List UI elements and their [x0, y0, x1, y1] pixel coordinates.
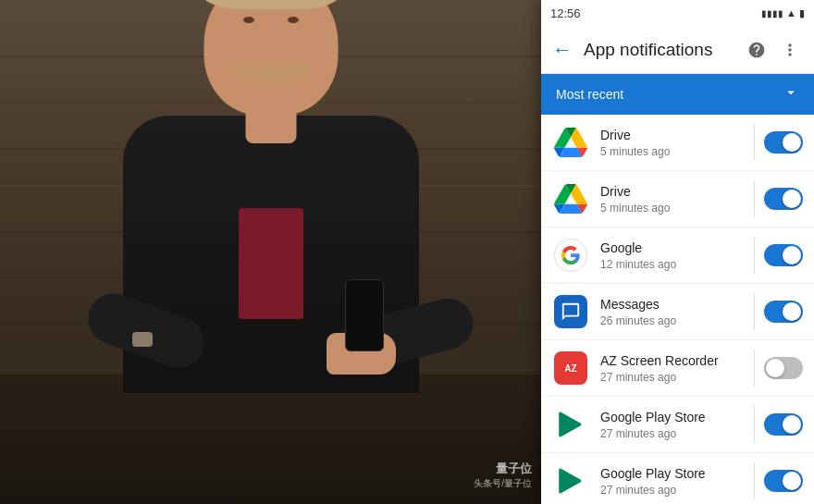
phone-panel: 12:56 ▮▮▮▮ ▲ ▮ ← App notifications Most …	[541, 0, 814, 504]
app-name: Google Play Store	[600, 465, 745, 482]
toggle-knob	[783, 246, 801, 264]
app-info: AZ Screen Recorder 27 minutes ago	[600, 352, 745, 384]
app-toggle[interactable]	[764, 244, 803, 266]
more-button[interactable]	[777, 37, 803, 63]
app-toggle[interactable]	[764, 301, 803, 323]
app-icon	[552, 124, 589, 161]
app-time: 5 minutes ago	[600, 145, 745, 158]
app-icon	[552, 406, 589, 443]
app-info: Google 12 minutes ago	[600, 240, 745, 271]
status-time: 12:56	[550, 6, 581, 20]
battery-icon: ▮	[799, 7, 805, 19]
app-item[interactable]: Messages 26 minutes ago	[541, 284, 814, 340]
toggle-knob	[783, 415, 801, 434]
app-time: 5 minutes ago	[600, 202, 745, 215]
app-time: 12 minutes ago	[600, 258, 745, 271]
app-time: 27 minutes ago	[600, 427, 745, 440]
help-button[interactable]	[744, 37, 770, 63]
app-time: 27 minutes ago	[600, 371, 745, 384]
app-icon	[552, 462, 589, 499]
toggle-knob	[783, 302, 801, 321]
app-icon: AZ	[552, 350, 589, 387]
item-divider	[754, 350, 755, 387]
app-item[interactable]: AZ AZ Screen Recorder 27 minutes ago	[541, 340, 814, 397]
signal-icon: ▮▮▮▮	[761, 8, 783, 18]
app-name: Google Play Store	[600, 409, 745, 425]
app-toggle[interactable]	[764, 470, 803, 492]
wifi-icon: ▲	[786, 7, 796, 18]
app-icon	[552, 237, 589, 274]
item-divider	[754, 293, 755, 330]
toggle-knob	[783, 472, 801, 490]
toggle-knob	[783, 133, 801, 152]
app-name: Google	[600, 240, 745, 256]
app-toggle[interactable]	[764, 188, 803, 210]
status-bar: 12:56 ▮▮▮▮ ▲ ▮	[541, 0, 814, 26]
app-item[interactable]: Google Play Store 27 minutes ago	[541, 453, 814, 504]
status-icons: ▮▮▮▮ ▲ ▮	[761, 7, 805, 19]
app-item[interactable]: Google 12 minutes ago	[541, 227, 814, 284]
item-divider	[754, 406, 755, 443]
filter-chevron-icon	[783, 84, 799, 105]
app-name: Drive	[600, 127, 745, 143]
top-bar: ← App notifications	[541, 26, 814, 74]
watermark: 量子位 头条号/量子位	[474, 461, 532, 490]
app-info: Google Play Store 27 minutes ago	[600, 409, 745, 440]
app-icon	[552, 180, 589, 217]
item-divider	[754, 237, 755, 274]
item-divider	[754, 462, 755, 499]
app-item[interactable]: Google Play Store 27 minutes ago	[541, 397, 814, 453]
top-bar-actions	[744, 37, 803, 63]
app-item[interactable]: Drive 5 minutes ago	[541, 115, 814, 171]
app-icon	[552, 293, 589, 330]
app-name: Drive	[600, 183, 745, 200]
filter-label: Most recent	[556, 87, 623, 102]
toggle-knob	[766, 359, 784, 377]
app-toggle[interactable]	[764, 131, 803, 154]
app-item[interactable]: Drive 5 minutes ago	[541, 171, 814, 227]
app-info: Messages 26 minutes ago	[600, 296, 745, 327]
page-title: App notifications	[584, 40, 733, 60]
app-toggle[interactable]	[764, 413, 803, 436]
back-button[interactable]: ←	[552, 40, 573, 60]
app-info: Drive 5 minutes ago	[600, 127, 745, 158]
toggle-knob	[783, 190, 801, 208]
app-name: Messages	[600, 296, 745, 313]
filter-bar[interactable]: Most recent	[541, 74, 814, 115]
app-time: 26 minutes ago	[600, 314, 745, 327]
app-toggle[interactable]	[764, 357, 803, 379]
item-divider	[754, 124, 755, 161]
apps-list: Drive 5 minutes ago Drive 5 minutes ago	[541, 115, 814, 504]
app-time: 27 minutes ago	[600, 484, 745, 497]
app-info: Drive 5 minutes ago	[600, 183, 745, 215]
app-info: Google Play Store 27 minutes ago	[600, 465, 745, 497]
item-divider	[754, 180, 755, 217]
app-name: AZ Screen Recorder	[600, 352, 745, 369]
video-background: 量子位 头条号/量子位	[0, 0, 541, 504]
